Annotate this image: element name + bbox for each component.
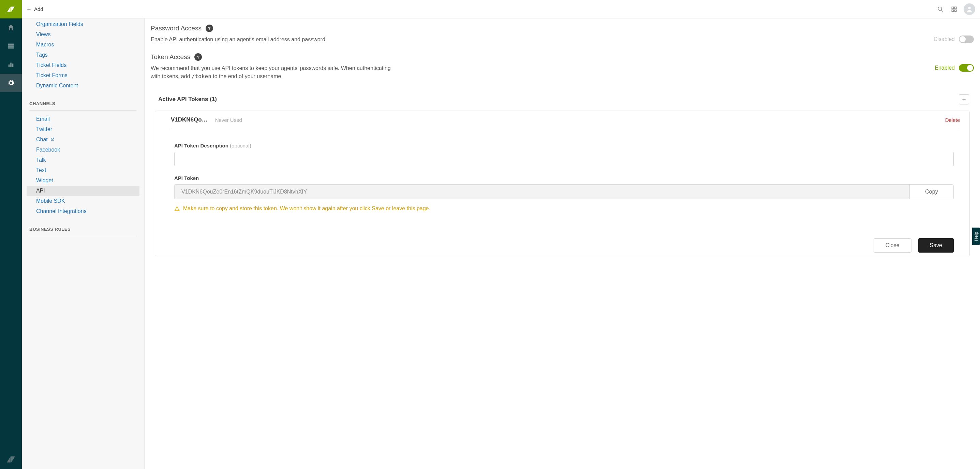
svg-point-14 <box>968 6 970 9</box>
sidebar-item-api[interactable]: API <box>27 186 140 196</box>
sidebar-item-tags[interactable]: Tags <box>27 50 140 60</box>
nav-reports[interactable] <box>0 55 22 74</box>
nav-rail <box>0 0 22 469</box>
search-icon <box>937 6 943 12</box>
close-button[interactable]: Close <box>873 238 912 253</box>
sidebar-item-chat[interactable]: Chat <box>27 134 140 145</box>
nav-views[interactable] <box>0 37 22 55</box>
bar-chart-icon <box>7 61 15 68</box>
sidebar-item-dynamic-content[interactable]: Dynamic Content <box>27 81 140 91</box>
warning-icon <box>174 206 180 211</box>
nav-zendesk-home[interactable] <box>0 450 22 469</box>
nav-home[interactable] <box>0 18 22 37</box>
topbar: Add <box>22 0 980 18</box>
section-description: Enable API authentication using an agent… <box>151 35 327 44</box>
brand-logo[interactable] <box>0 0 22 18</box>
delete-token-link[interactable]: Delete <box>945 117 960 123</box>
tokens-panel: Active API Tokens (1) V1DKN6Qo… Never Us… <box>145 88 980 256</box>
token-description-input[interactable] <box>174 152 954 166</box>
svg-rect-2 <box>8 48 14 49</box>
token-value-field: API Token V1DKN6QouZe0rEn16tZmQK9duouTiJ… <box>174 175 954 212</box>
plus-icon <box>27 7 31 11</box>
sidebar-item-macros[interactable]: Macros <box>27 40 140 50</box>
svg-rect-13 <box>955 10 956 11</box>
field-label: API Token <box>174 175 954 181</box>
password-access-toggle[interactable] <box>959 35 974 43</box>
token-description-field: API Token Description (optional) <box>174 143 954 166</box>
token-card: V1DKN6Qo… Never Used Delete API Token De… <box>155 111 970 256</box>
svg-rect-11 <box>955 7 956 8</box>
token-access-toggle[interactable] <box>959 64 974 72</box>
svg-rect-10 <box>952 7 953 8</box>
toggle-state-label: Enabled <box>935 65 955 71</box>
sidebar-item-twitter[interactable]: Twitter <box>27 124 140 134</box>
zendesk-icon <box>6 456 15 463</box>
zendesk-logo-icon <box>6 5 15 14</box>
sidebar-item-channel-integrations[interactable]: Channel Integrations <box>27 206 140 216</box>
user-avatar[interactable] <box>964 3 975 15</box>
apps-button[interactable] <box>947 2 961 16</box>
token-warning: Make sure to copy and store this token. … <box>174 206 954 212</box>
token-value-display[interactable]: V1DKN6QouZe0rEn16tZmQK9duouTiJKD8NtvhXIY <box>174 184 909 199</box>
add-label: Add <box>34 6 43 12</box>
apps-grid-icon <box>951 6 957 12</box>
sidebar-item-ticket-fields[interactable]: Ticket Fields <box>27 60 140 70</box>
gear-icon <box>7 79 15 87</box>
help-tab[interactable]: Help <box>972 228 980 245</box>
help-icon[interactable]: ? <box>205 25 213 32</box>
toggle-state-label: Disabled <box>934 36 955 42</box>
svg-rect-3 <box>8 64 10 67</box>
help-icon[interactable]: ? <box>194 53 202 61</box>
warning-text: Make sure to copy and store this token. … <box>183 206 430 212</box>
sidebar-item-facebook[interactable]: Facebook <box>27 145 140 155</box>
optional-hint: (optional) <box>230 143 251 148</box>
token-access-section: Token Access ? We recommend that you use… <box>145 51 980 88</box>
external-link-icon <box>51 137 54 142</box>
list-icon <box>7 42 15 50</box>
add-token-button[interactable] <box>959 94 969 104</box>
svg-point-8 <box>938 7 942 11</box>
field-label: API Token Description <box>174 143 229 148</box>
section-title: Token Access <box>151 53 190 61</box>
settings-sidebar: Organization Fields Views Macros Tags Ti… <box>22 18 145 469</box>
section-title: Password Access <box>151 25 202 32</box>
home-icon <box>7 24 15 32</box>
main-content: Password Access ? Enable API authenticat… <box>145 18 980 469</box>
sidebar-item-mobile-sdk[interactable]: Mobile SDK <box>27 196 140 206</box>
panel-title: Active API Tokens (1) <box>158 96 217 103</box>
sidebar-header-business-rules: BUSINESS RULES <box>22 216 144 236</box>
sidebar-item-ticket-forms[interactable]: Ticket Forms <box>27 70 140 81</box>
sidebar-item-organization-fields[interactable]: Organization Fields <box>27 19 140 29</box>
add-button[interactable]: Add <box>27 6 43 12</box>
search-button[interactable] <box>934 2 947 16</box>
copy-button[interactable]: Copy <box>909 184 954 199</box>
svg-rect-5 <box>12 64 14 67</box>
sidebar-item-label: Chat <box>36 137 48 142</box>
sidebar-header-channels: CHANNELS <box>22 91 144 110</box>
svg-rect-0 <box>8 44 14 45</box>
token-usage: Never Used <box>215 117 242 123</box>
section-description: We recommend that you use API tokens to … <box>151 64 396 81</box>
divider <box>29 110 137 111</box>
sidebar-item-widget[interactable]: Widget <box>27 175 140 186</box>
password-access-section: Password Access ? Enable API authenticat… <box>145 22 980 51</box>
svg-rect-12 <box>952 10 953 11</box>
nav-admin[interactable] <box>0 74 22 92</box>
token-preview: V1DKN6Qo… <box>171 116 208 123</box>
save-button[interactable]: Save <box>918 238 954 253</box>
svg-rect-4 <box>10 63 11 67</box>
svg-point-18 <box>177 210 177 210</box>
svg-line-9 <box>941 10 943 11</box>
sidebar-item-views[interactable]: Views <box>27 29 140 40</box>
svg-rect-1 <box>8 45 14 47</box>
sidebar-item-email[interactable]: Email <box>27 114 140 124</box>
sidebar-item-talk[interactable]: Talk <box>27 155 140 165</box>
plus-icon <box>961 97 967 102</box>
sidebar-item-text[interactable]: Text <box>27 165 140 175</box>
person-icon <box>966 5 973 13</box>
